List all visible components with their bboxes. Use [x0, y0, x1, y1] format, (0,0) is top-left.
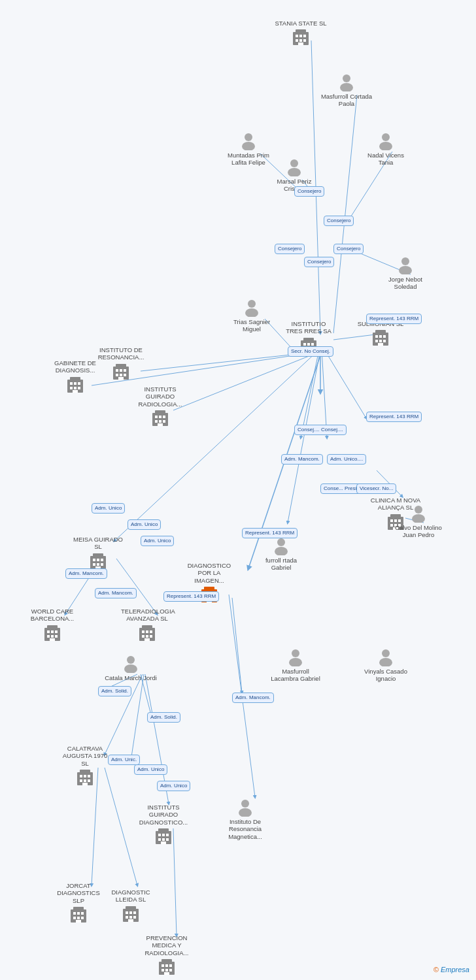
svg-rect-76: [70, 387, 73, 389]
svg-point-42: [340, 83, 353, 91]
node-label-instituto_resonancia_bottom: Instituto De Resonancia Magnetica...: [219, 818, 271, 840]
svg-rect-196: [169, 969, 172, 972]
svg-point-48: [379, 142, 392, 150]
badge-7[interactable]: Represent. 143 RRM: [366, 412, 422, 422]
badge-9[interactable]: Adm. Mancom.: [281, 454, 323, 465]
badge-4[interactable]: Consejero: [333, 244, 364, 254]
svg-rect-158: [80, 779, 82, 782]
building-icon-world_care[interactable]: [42, 623, 63, 645]
svg-rect-133: [146, 635, 148, 638]
svg-line-1: [333, 95, 357, 333]
svg-point-45: [290, 159, 298, 167]
svg-rect-97: [158, 423, 163, 426]
node-sulmonian: SULMONIAN SL: [354, 320, 407, 350]
badge-19[interactable]: Represent. 143 RRM: [163, 591, 219, 602]
svg-rect-39: [303, 39, 306, 42]
badge-24[interactable]: Adm. Unico: [134, 764, 167, 775]
badge-13[interactable]: Represent. 143 RRM: [242, 528, 298, 538]
building-icon-instituts_guirado_top[interactable]: [150, 408, 171, 430]
node-label-diagnostico: DIAGNOSTICO POR LA IMAGEN...: [183, 562, 235, 584]
svg-point-43: [245, 133, 252, 141]
svg-rect-183: [129, 911, 132, 914]
badge-15[interactable]: Adm. Unico: [128, 519, 161, 530]
badge-10[interactable]: Adm. Unico....: [327, 454, 366, 465]
person-icon-muntadas[interactable]: [239, 131, 258, 152]
svg-rect-155: [80, 775, 82, 777]
person-icon-nadal[interactable]: [376, 131, 396, 152]
svg-rect-75: [78, 382, 80, 385]
badge-14[interactable]: Adm. Unico: [92, 503, 125, 514]
badge-5[interactable]: Secr. No Consej.: [288, 346, 333, 357]
building-icon-instituts_diagnostico[interactable]: [153, 826, 174, 848]
svg-line-28: [232, 598, 242, 693]
node-calvo: Calvo Del Molino Juan Pedro: [392, 503, 445, 539]
svg-rect-85: [116, 374, 118, 376]
person-icon-marsal[interactable]: [284, 157, 304, 178]
badge-25[interactable]: Adm. Unico: [157, 781, 190, 791]
badge-16[interactable]: Adm. Unico: [141, 536, 174, 546]
svg-rect-177: [77, 917, 80, 919]
svg-rect-63: [375, 330, 386, 334]
svg-rect-134: [150, 635, 152, 638]
person-icon-jorge[interactable]: [396, 255, 415, 276]
person-icon-masfurroll_gabriel[interactable]: [271, 536, 291, 557]
badge-17[interactable]: Adm. Mancom.: [65, 568, 107, 579]
badge-21[interactable]: Adm. Solid.: [98, 686, 131, 696]
person-icon-masfurroll_cortada[interactable]: [337, 72, 356, 93]
person-icon-calvo[interactable]: [409, 503, 428, 524]
building-icon-tele_radio[interactable]: [137, 623, 158, 645]
svg-rect-195: [165, 969, 168, 972]
svg-rect-187: [133, 916, 136, 919]
svg-rect-82: [116, 369, 118, 372]
node-label-gabinete: GABINETE DE DIAGNOSIS...: [49, 359, 101, 374]
building-icon-stania[interactable]: [290, 27, 311, 49]
badge-12[interactable]: Vicesecr. No...: [356, 483, 396, 494]
node-instituts_guirado_top: INSTITUTS GUIRADO RADIOLOGIA...: [134, 385, 186, 430]
svg-rect-197: [164, 972, 169, 975]
person-icon-vinyals[interactable]: [376, 647, 396, 668]
badge-8[interactable]: Consej.... Consej....: [294, 425, 347, 435]
building-icon-gabinete[interactable]: [65, 374, 86, 397]
svg-rect-178: [81, 917, 84, 919]
person-icon-catala_march[interactable]: [121, 653, 141, 674]
node-label-meisa_guirado: MEISA GUIRADO SL: [72, 536, 124, 551]
person-icon-masfurroll_lacambra[interactable]: [286, 647, 305, 668]
svg-rect-174: [77, 912, 80, 915]
building-icon-calatrava[interactable]: [75, 767, 95, 789]
svg-rect-124: [51, 635, 54, 638]
badge-22[interactable]: Adm. Solid.: [147, 712, 180, 723]
svg-rect-68: [379, 340, 382, 342]
svg-rect-116: [101, 563, 103, 566]
person-icon-trias[interactable]: [242, 297, 262, 318]
svg-point-52: [245, 308, 258, 317]
svg-point-44: [242, 142, 255, 150]
building-icon-diagnostic_lleida[interactable]: [120, 904, 141, 926]
svg-rect-190: [162, 959, 172, 963]
badge-1[interactable]: Consejero: [324, 216, 354, 226]
svg-rect-64: [375, 335, 378, 338]
node-instituto_resonancia_bottom: Instituto De Resonancia Magnetica...: [219, 797, 271, 840]
person-icon-instituto_resonancia_bottom[interactable]: [235, 797, 255, 818]
building-icon-instituto_resonancia_top[interactable]: [110, 361, 131, 384]
node-jorge: Jorge Nebot Soledad: [379, 255, 432, 291]
badge-6[interactable]: Represent. 143 RRM: [366, 314, 422, 324]
badge-18[interactable]: Adm. Mancom.: [95, 588, 137, 598]
badge-20[interactable]: Adm. Mancom.: [232, 693, 274, 703]
building-icon-jorcat[interactable]: [68, 904, 89, 926]
badge-0[interactable]: Consejero: [294, 186, 324, 197]
svg-rect-161: [82, 783, 88, 785]
svg-rect-111: [93, 559, 95, 561]
badge-23[interactable]: Adm. Unic.: [108, 755, 140, 765]
svg-rect-34: [296, 35, 298, 37]
svg-rect-166: [166, 834, 169, 836]
svg-line-22: [131, 674, 144, 761]
svg-rect-192: [165, 964, 168, 967]
node-label-vinyals: Vinyals Casado Ignacio: [360, 668, 412, 683]
svg-rect-168: [162, 838, 165, 841]
badge-3[interactable]: Consejero: [304, 257, 334, 267]
badge-2[interactable]: Consejero: [275, 244, 305, 254]
building-icon-prevencion[interactable]: [156, 956, 177, 979]
building-icon-sulmonian[interactable]: [370, 327, 391, 350]
svg-rect-154: [80, 770, 90, 774]
node-tele_radio: TELERADIOLOGIA AVANZADA SL: [121, 608, 173, 645]
